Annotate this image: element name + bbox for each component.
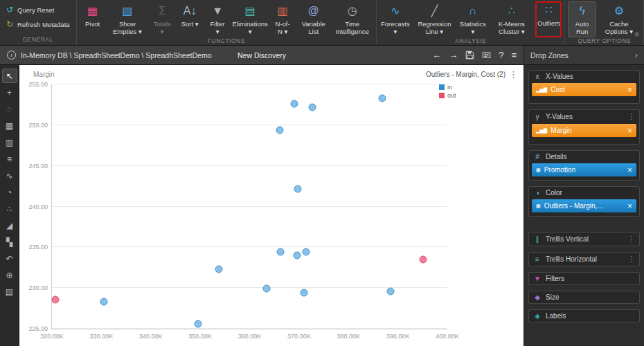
dropzone-details[interactable]: #Details▦Promotion×: [528, 150, 640, 181]
gridline: [52, 328, 447, 329]
ribbon-button-variable-list[interactable]: @Variable List: [297, 1, 330, 37]
dropzone-filters[interactable]: ▼Filters: [528, 272, 640, 285]
chip-remove-icon[interactable]: ×: [627, 127, 632, 135]
legend-item-in[interactable]: in: [439, 84, 517, 91]
dropzone-color[interactable]: ◑Color▦Outliers - Margin,...×: [528, 186, 640, 217]
ribbon-button-label: Statistics ▾: [460, 20, 486, 35]
menu-icon[interactable]: ≡: [511, 51, 517, 60]
area-chart-icon[interactable]: ◢: [2, 218, 17, 233]
dropzone-chip-area[interactable]: ▂▅▇Margin×: [529, 123, 639, 144]
chip-promotion[interactable]: ▦Promotion×: [532, 163, 636, 176]
list-icon[interactable]: ▤: [2, 284, 17, 299]
ribbon-button-pivot[interactable]: ▦Pivot: [80, 1, 106, 37]
dropzone-y-values[interactable]: yY-Values⋮▂▅▇Margin×: [528, 109, 640, 145]
ribbon-button-n-of-n[interactable]: ▥N-of-N ▾: [269, 1, 296, 37]
column-chart-icon[interactable]: ▥: [2, 135, 17, 149]
drop-zones-panel: Drop Zones › xX-Values▂▅▇Cost×yY-Values⋮…: [524, 46, 644, 346]
grid-icon[interactable]: ▦: [2, 118, 17, 133]
kebab-icon[interactable]: ⋮: [627, 255, 635, 264]
ribbon-button-refresh-metadata[interactable]: ↻Refresh Metadata: [3, 19, 73, 30]
select-area-icon[interactable]: ◌: [2, 102, 17, 116]
export-icon[interactable]: [482, 51, 491, 60]
ribbon-button-k-means-cluster[interactable]: ∴K-Means Cluster ▾: [489, 1, 534, 37]
dropzone-header: ◑Color: [529, 187, 639, 199]
panel-collapse-chevron-icon[interactable]: ›: [635, 50, 638, 60]
legend-item-out[interactable]: out: [439, 92, 517, 99]
dropzone-chip-area[interactable]: ▦Outliers - Margin,...×: [529, 199, 639, 216]
scatter-point-in[interactable]: [276, 126, 284, 134]
chip-remove-icon[interactable]: ×: [627, 86, 632, 94]
ribbon-button-forecasts[interactable]: ∿Forecasts ▾: [379, 1, 411, 37]
dropzone-x-values[interactable]: xX-Values▂▅▇Cost×: [528, 70, 640, 104]
ribbon-button-time-intelligence[interactable]: ◷Time Intelligence: [331, 1, 373, 37]
scatter-point-in[interactable]: [194, 320, 202, 327]
dropzone-header: ▼Filters: [529, 273, 639, 284]
size-icon: ◆: [533, 293, 542, 301]
pie-chart-icon[interactable]: ◔: [2, 185, 17, 199]
scatter-point-in[interactable]: [100, 298, 107, 306]
save-icon[interactable]: [465, 51, 474, 60]
scatter-point-in[interactable]: [263, 285, 271, 293]
ribbon-button-regression-line[interactable]: ╱Regression Line ▾: [413, 1, 457, 37]
scatter-chart-icon[interactable]: ∴: [2, 201, 17, 216]
scatter-point-in[interactable]: [215, 266, 222, 273]
help-icon[interactable]: ?: [499, 51, 503, 60]
ribbon-button-show-empties[interactable]: ▧Show Empties ▾: [107, 1, 148, 37]
crosshair-icon[interactable]: +: [2, 85, 17, 100]
scatter-point-in[interactable]: [379, 95, 386, 102]
ribbon-button-totals[interactable]: ΣTotals ▾: [149, 1, 175, 37]
scatter-point-in[interactable]: [301, 289, 308, 297]
rows-icon[interactable]: ≡: [2, 152, 17, 166]
x-tick-label: 350.00K: [188, 333, 212, 340]
ribbon-button-statistics[interactable]: ∩Statistics ▾: [458, 1, 488, 37]
chip-cost[interactable]: ▂▅▇Cost×: [532, 83, 636, 96]
dropzone-trellis-horizontal[interactable]: ≡Trellis Horizontal⋮: [528, 252, 640, 266]
scatter-point-in[interactable]: [291, 100, 298, 108]
ribbon-button-sort[interactable]: A↓Sort ▾: [177, 1, 203, 37]
scatter-point-in[interactable]: [386, 287, 394, 295]
n-of-n-icon: ▥: [278, 4, 288, 18]
gridline: [52, 246, 447, 247]
kebab-icon[interactable]: ⋮: [627, 235, 635, 244]
dropzone-size[interactable]: ◆Size: [528, 291, 640, 304]
chip-remove-icon[interactable]: ×: [627, 166, 632, 174]
ribbon-button-auto-run[interactable]: ϟAuto Run: [568, 1, 596, 37]
globe-icon[interactable]: ⊕: [2, 268, 17, 282]
ribbon-button-eliminations[interactable]: ▤Eliminations ▾: [232, 1, 268, 37]
forward-icon[interactable]: →: [449, 51, 458, 60]
filters-icon: ▼: [533, 275, 542, 282]
dropzone-chip-area[interactable]: ▦Promotion×: [529, 163, 639, 180]
scatter-point-out[interactable]: [51, 295, 59, 303]
chart-options-kebab-icon[interactable]: ⋮: [509, 69, 518, 80]
line-chart-icon[interactable]: ∿: [2, 168, 17, 183]
breadcrumb: In-Memory DB \ SpreadhSheetDemo \ Spread…: [21, 51, 211, 60]
chip-margin[interactable]: ▂▅▇Margin×: [532, 124, 636, 137]
chip-remove-icon[interactable]: ×: [627, 202, 632, 210]
collapse-ribbon-icon[interactable]: «: [635, 29, 640, 39]
dropzone-labels[interactable]: ◈Labels: [528, 309, 640, 322]
kebab-icon[interactable]: ⋮: [627, 112, 635, 121]
dropzone-chip-area[interactable]: ▂▅▇Cost×: [529, 82, 639, 103]
dropzone-trellis-vertical[interactable]: ∥Trellis Vertical⋮: [528, 232, 640, 246]
undo-icon[interactable]: ↶: [2, 251, 17, 266]
back-icon[interactable]: ←: [432, 51, 441, 60]
ribbon-button-label: Forecasts ▾: [381, 20, 410, 35]
x-tick-label: 400.00K: [436, 333, 459, 340]
info-icon[interactable]: i: [7, 51, 16, 60]
ribbon-button-outliers[interactable]: ∷Outliers: [535, 1, 562, 37]
scatter-point-in[interactable]: [294, 252, 301, 260]
scatter-point-out[interactable]: [420, 255, 427, 263]
ribbon-button-query-reset[interactable]: ↺Query Reset: [3, 4, 73, 16]
ribbon-button-label: Outliers: [537, 19, 560, 27]
treemap-icon[interactable]: ▚: [2, 235, 17, 249]
scatter-point-in[interactable]: [309, 103, 316, 111]
scatter-point-in[interactable]: [302, 248, 310, 256]
pointer-icon[interactable]: ↖: [2, 69, 17, 83]
x-tick-label: 360.00K: [238, 333, 262, 340]
eliminations-icon: ▤: [245, 4, 256, 18]
ribbon-button-filter[interactable]: ▼Filter ▾: [204, 1, 231, 37]
chip-outliers-margin[interactable]: ▦Outliers - Margin,...×: [532, 199, 636, 212]
left-column: i In-Memory DB \ SpreadhSheetDemo \ Spre…: [0, 46, 524, 346]
scatter-point-in[interactable]: [277, 248, 285, 256]
scatter-point-in[interactable]: [294, 185, 301, 192]
